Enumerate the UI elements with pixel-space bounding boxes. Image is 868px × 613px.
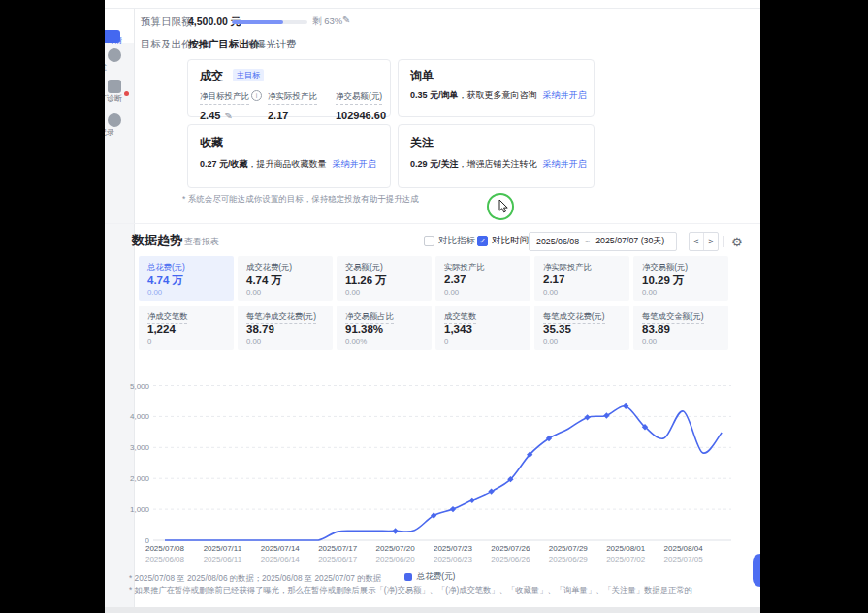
tile-compare-value: 0 (147, 338, 151, 346)
pricing-label: 目标及出价: (141, 38, 194, 51)
deal-metric-label: 净实际投产比 (268, 91, 317, 105)
inquiry-adopt-link[interactable]: 采纳并开启 (543, 90, 587, 100)
favorite-price: 0.27 元/收藏 (200, 159, 248, 169)
goal-card-deal: 成交 主目标 净目标投产比i2.45✎净实际投产比2.17净交易额(元)1029… (187, 59, 391, 117)
tile-compare-value: 0.00 (543, 288, 558, 297)
tile-compare-value: 0.00 (642, 338, 657, 346)
compare-time-label: 对比时间 (492, 235, 529, 247)
budget-progress-bar (232, 20, 307, 24)
settings-gear-icon[interactable]: ⚙ (731, 236, 743, 248)
deal-metric-value: 102946.60 (336, 110, 386, 121)
tab-exposure-billing[interactable]: 按曝光计费 (245, 38, 297, 51)
metric-tile-5[interactable]: 净交易额(元)10.29 万0.00 (633, 256, 728, 301)
controls-divider (723, 236, 724, 247)
prev-period-button[interactable]: < (690, 233, 703, 250)
budget-remaining: 剩 63% (312, 16, 342, 28)
metric-tile-3[interactable]: 实际投产比2.370.00 (435, 256, 530, 301)
notification-dot (124, 91, 129, 96)
clock-icon (108, 113, 121, 127)
bottom-scrollbar-track[interactable] (105, 607, 760, 613)
sidebar-item-3[interactable]: 记录 (105, 113, 134, 138)
metric-tile-4[interactable]: 净实际投产比2.170.00 (534, 256, 629, 301)
footnote-1: * 2025/07/08 至 2025/08/06 的数据；2025/06/08… (129, 573, 381, 584)
follow-price: 0.29 元/关注 (410, 159, 459, 169)
x-axis-tick-primary: 2025/07/29 (539, 544, 597, 553)
tile-value: 1,224 (147, 323, 176, 335)
feedback-pill[interactable] (753, 554, 760, 587)
metric-tile-0[interactable]: 总花费(元)4.74 万0.00 (139, 256, 234, 301)
x-axis-tick-compare: 2025/06/29 (539, 555, 597, 564)
date-range-picker[interactable]: 2025/06/08 ~ 2025/07/07 (30天) (529, 232, 677, 251)
sidebar-item-1[interactable]: 意 (105, 48, 134, 73)
mouse-cursor-icon (498, 199, 511, 214)
budget-edit-icon[interactable]: ✎ (342, 15, 350, 25)
metric-tile-8[interactable]: 净交易额占比91.38%0.00% (337, 306, 432, 350)
tile-compare-value: 0.00 (246, 338, 261, 346)
x-axis-tick-compare: 2025/06/26 (481, 555, 539, 564)
follow-adopt-link[interactable]: 采纳并开启 (543, 159, 587, 169)
deal-metric-2: 净交易额(元)102946.60 (336, 85, 386, 121)
metric-tile-11[interactable]: 每笔成交金额(元)83.890.00 (633, 306, 728, 350)
metric-tile-1[interactable]: 成交花费(元)4.74 万0.00 (238, 256, 333, 301)
deal-metric-value: 2.45✎ (200, 110, 262, 121)
metric-tile-6[interactable]: 净成交笔数1,2240 (139, 306, 234, 350)
date-start: 2025/06/08 (536, 237, 579, 246)
deal-metric-1: 净实际投产比2.17 (268, 85, 317, 121)
favorite-adopt-link[interactable]: 采纳并开启 (333, 159, 376, 169)
tile-compare-value: 0.00 (444, 288, 459, 297)
main-panel: 广详情意广诊断记录 预算日限额: 4,500.00 元 剩 63% ✎ 目标及出… (105, 0, 760, 613)
metric-tile-9[interactable]: 成交笔数1,3430 (435, 306, 530, 350)
tile-compare-value: 0.00 (345, 288, 360, 297)
tile-value: 1,343 (444, 323, 472, 335)
deal-metric-value: 2.17 (268, 110, 317, 121)
tile-compare-value: 0.00 (246, 288, 261, 297)
tile-compare-value: 0.00 (147, 288, 162, 297)
metric-tile-10[interactable]: 每笔成交花费(元)35.350.00 (534, 306, 629, 350)
x-axis-tick-compare: 2025/06/23 (424, 555, 482, 564)
x-axis-tick-compare: 2025/06/14 (251, 555, 309, 564)
tile-value: 4.74 万 (246, 274, 282, 288)
metric-tile-2[interactable]: 交易额(元)11.26 万0.00 (337, 256, 432, 301)
follow-desc-text: ，增强店铺关注转化 (459, 159, 537, 169)
footnote-2: * 如果推广在暂停或删除前已经获得了曝光，那么在暂停或删除后展示「(净)交易额」… (129, 585, 692, 596)
screen: 广详情意广诊断记录 预算日限额: 4,500.00 元 剩 63% ✎ 目标及出… (0, 0, 868, 613)
legend-label: 总花费(元) (417, 571, 456, 583)
favorite-title: 收藏 (200, 135, 223, 151)
inquiry-title: 询单 (410, 68, 434, 84)
checkbox-unchecked-icon[interactable] (424, 236, 434, 246)
tile-compare-value: 0.00 (543, 338, 558, 346)
x-axis-tick-compare: 2025/07/02 (596, 555, 655, 564)
x-axis-tick-compare: 2025/06/17 (308, 555, 367, 564)
deal-title: 成交 (200, 68, 223, 84)
goal-card-follow: 关注 0.29 元/关注，增强店铺关注转化采纳并开启 (398, 124, 595, 188)
sidebar-item-0[interactable]: 广详情 (105, 19, 134, 46)
deal-metric-label: 净目标投产比 (200, 91, 249, 105)
compare-time-checkbox[interactable]: ✓ 对比时间 (477, 235, 529, 247)
goal-card-favorite: 收藏 0.27 元/收藏，提升商品收藏数量采纳并开启 (187, 124, 391, 188)
y-axis-tick: 4,000 (116, 412, 149, 421)
info-icon[interactable]: i (251, 90, 262, 101)
top-divider (105, 8, 760, 9)
metric-tile-7[interactable]: 每笔净成交花费(元)38.790.00 (238, 306, 333, 350)
y-axis-tick: 5,000 (116, 382, 149, 391)
tile-compare-value: 0.00 (642, 288, 657, 297)
edit-goal-icon[interactable]: ✎ (224, 111, 232, 121)
date-separator: ~ (585, 237, 590, 246)
x-axis-tick-primary: 2025/07/14 (251, 544, 309, 553)
follow-desc: 0.29 元/关注，增强店铺关注转化采纳并开启 (410, 158, 587, 171)
view-report-link[interactable]: 查看报表 (184, 236, 219, 248)
checkbox-checked-icon[interactable]: ✓ (477, 236, 488, 246)
date-end: 2025/07/07 (30天) (595, 236, 664, 247)
tile-value: 4.74 万 (147, 274, 183, 288)
sidebar-item-2[interactable]: 广诊断 (105, 80, 134, 104)
inquiry-desc: 0.35 元/询单，获取更多意向咨询采纳并开启 (410, 89, 587, 102)
x-axis-tick-primary: 2025/07/26 (481, 544, 539, 553)
trend-title: 数据趋势 (132, 232, 182, 249)
deal-metric-label: 净交易额(元) (336, 91, 382, 105)
tab-divider (239, 39, 240, 48)
compare-metric-checkbox[interactable]: 对比指标 (424, 235, 475, 247)
x-axis-tick-compare: 2025/07/05 (655, 555, 713, 564)
budget-label: 预算日限额: (141, 16, 194, 29)
next-period-button[interactable]: > (703, 233, 718, 250)
tile-compare-value: 0.00% (345, 338, 367, 346)
